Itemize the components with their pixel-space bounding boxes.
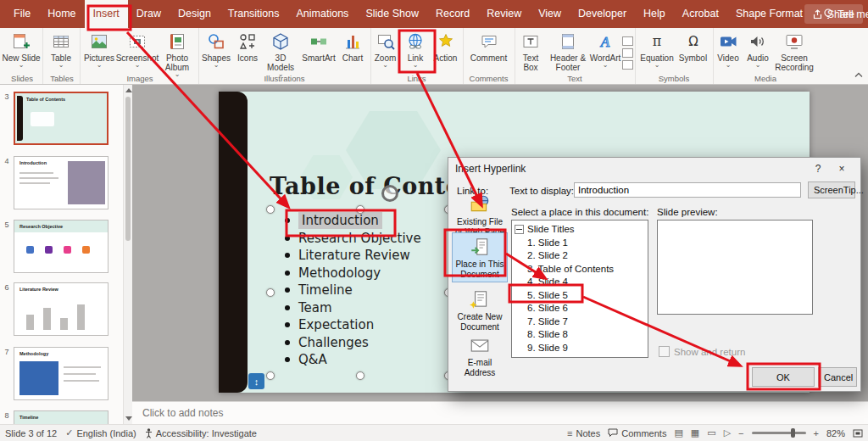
zoom-slider-thumb[interactable] — [791, 428, 795, 438]
option-create-new-document[interactable]: Create New Document — [452, 285, 508, 335]
show-and-return-checkbox[interactable]: Show and return — [659, 346, 745, 357]
header-footer-button[interactable]: Header & Footer — [547, 31, 589, 72]
screentip-button[interactable]: ScreenTip... — [808, 181, 855, 198]
comments-toggle[interactable]: Comments — [608, 428, 666, 438]
tree-item-slide-4[interactable]: 4. Slide 4 — [512, 276, 648, 289]
comment-button[interactable]: Comment — [468, 31, 510, 63]
zoom-button[interactable]: Zoom — [370, 31, 400, 68]
tree-root-slide-titles[interactable]: Slide Titles — [512, 223, 648, 237]
share-button[interactable]: Share — [804, 4, 863, 24]
tree-item-slide-7[interactable]: 7. Slide 7 — [512, 315, 648, 329]
thumbnail-scrollbar[interactable] — [123, 85, 132, 424]
notes-pane[interactable]: Click to add notes — [132, 401, 868, 424]
tree-item-slide-2[interactable]: 2. Slide 2 — [512, 249, 648, 263]
tab-review[interactable]: Review — [478, 0, 530, 28]
dialog-close-button[interactable]: × — [830, 163, 854, 175]
date-time-button[interactable] — [622, 36, 633, 46]
screenshot-button[interactable]: Screenshot — [117, 31, 158, 68]
dialog-help-button[interactable]: ? — [806, 163, 830, 175]
tab-insert[interactable]: Insert — [85, 0, 128, 28]
icons-button[interactable]: Icons — [234, 31, 261, 63]
document-places-list[interactable]: Slide Titles 1. Slide 1 2. Slide 2 3. Ta… — [511, 220, 648, 358]
scrollbar-thumb[interactable] — [125, 97, 131, 241]
photo-album-button[interactable]: Photo Album — [158, 31, 197, 77]
3d-models-button[interactable]: 3D Models — [261, 31, 300, 77]
tree-item-slide-6[interactable]: 6. Slide 6 — [512, 302, 648, 315]
tab-slide-show[interactable]: Slide Show — [357, 0, 427, 28]
cancel-button[interactable]: Cancel — [818, 367, 857, 387]
text-box-button[interactable]: Text Box — [515, 31, 547, 72]
pictures-button[interactable]: Pictures — [81, 31, 117, 68]
scroll-up-icon[interactable] — [125, 88, 132, 92]
chart-button[interactable]: Chart — [337, 31, 368, 63]
bullet-text[interactable]: Team — [298, 300, 332, 315]
tab-help[interactable]: Help — [635, 0, 674, 28]
slide-number-button[interactable] — [622, 48, 633, 58]
audio-button[interactable]: Audio — [743, 31, 772, 68]
scroll-down-icon[interactable] — [125, 416, 132, 421]
autofit-options-button[interactable]: ↕ — [248, 373, 264, 389]
zoom-in-button[interactable]: + — [814, 428, 819, 438]
tree-item-slide-8[interactable]: 8. Slide 8 — [512, 328, 648, 342]
new-slide-button[interactable]: New Slide — [2, 31, 41, 68]
zoom-level[interactable]: 82% — [826, 428, 845, 438]
slide-thumbnail-8[interactable]: Timeline — [14, 410, 108, 424]
selection-handle[interactable] — [266, 205, 275, 214]
slide-thumbnail-5[interactable]: Research Objective — [14, 220, 108, 273]
tree-item-slide-10[interactable]: 10. Slide 10 — [512, 354, 648, 358]
fit-to-window-button[interactable] — [853, 428, 863, 438]
selection-handle[interactable] — [356, 371, 364, 380]
accessibility-status[interactable]: Accessibility: Investigate — [145, 428, 257, 438]
text-to-display-input[interactable] — [574, 182, 801, 198]
normal-view-button[interactable]: ▤ — [674, 427, 682, 438]
equation-button[interactable]: π Equation — [638, 31, 676, 68]
selection-handle[interactable] — [356, 205, 364, 214]
smartart-button[interactable]: SmartArt — [300, 31, 337, 63]
selection-handle[interactable] — [266, 288, 275, 297]
slide-sorter-view-button[interactable]: ▦ — [691, 427, 699, 438]
tree-item-table-of-contents[interactable]: 3. Table of Contents — [512, 263, 648, 276]
tree-item-slide-9[interactable]: 9. Slide 9 — [512, 342, 648, 355]
video-button[interactable]: Video — [713, 31, 743, 68]
slideshow-button[interactable]: ▷ — [724, 427, 731, 438]
slide-thumbnail-6[interactable]: Literature Review — [14, 282, 108, 336]
tab-developer[interactable]: Developer — [570, 0, 635, 28]
option-place-in-this-document[interactable]: Place in This Document — [452, 232, 508, 282]
bullet-text-highlighted[interactable]: Introduction — [298, 212, 382, 229]
tab-animations[interactable]: Animations — [288, 0, 358, 28]
wordart-button[interactable]: A WordArt — [589, 31, 621, 68]
bullet-text[interactable]: Research Objective — [298, 231, 421, 246]
tab-shape-format[interactable]: Shape Format — [727, 0, 811, 28]
bullet-text[interactable]: Timeline — [298, 282, 353, 298]
selection-handle[interactable] — [266, 371, 275, 380]
dialog-title-bar[interactable]: Insert Hyperlink ? × — [448, 158, 860, 179]
bullet-text[interactable]: Challenges — [298, 335, 369, 350]
tab-design[interactable]: Design — [170, 0, 220, 28]
zoom-slider[interactable] — [752, 432, 806, 434]
action-button[interactable]: Action — [431, 31, 460, 63]
bullet-text[interactable]: Methodology — [298, 265, 381, 281]
tab-file[interactable]: File — [5, 0, 39, 28]
screen-recording-button[interactable]: Screen Recording — [772, 31, 816, 72]
tab-transitions[interactable]: Transitions — [220, 0, 288, 28]
ok-button[interactable]: OK — [752, 367, 815, 387]
table-button[interactable]: Table — [44, 31, 78, 68]
bullet-text[interactable]: Literature Review — [298, 248, 410, 263]
collapse-tree-icon[interactable] — [515, 225, 524, 234]
tab-draw[interactable]: Draw — [128, 0, 170, 28]
symbol-button[interactable]: Ω Symbol — [676, 31, 710, 63]
tab-home[interactable]: Home — [39, 0, 84, 28]
reading-view-button[interactable]: ▭ — [707, 427, 715, 438]
bullet-text[interactable]: Q&A — [298, 352, 327, 367]
bullet-list[interactable]: Introduction Research Objective Literatu… — [285, 212, 421, 369]
notes-toggle[interactable]: ≡ Notes — [567, 428, 600, 438]
link-button[interactable]: Link — [400, 31, 431, 68]
slide-thumbnail-3[interactable]: Table of Contents — [14, 92, 108, 145]
zoom-out-button[interactable]: − — [738, 428, 743, 438]
shapes-button[interactable]: Shapes — [198, 31, 234, 68]
tab-view[interactable]: View — [530, 0, 570, 28]
slide-indicator[interactable]: Slide 3 of 12 — [5, 428, 57, 438]
collapse-ribbon-button[interactable] — [854, 66, 863, 81]
tree-item-slide-5[interactable]: 5. Slide 5 — [512, 289, 648, 303]
tree-item-slide-1[interactable]: 1. Slide 1 — [512, 237, 648, 250]
